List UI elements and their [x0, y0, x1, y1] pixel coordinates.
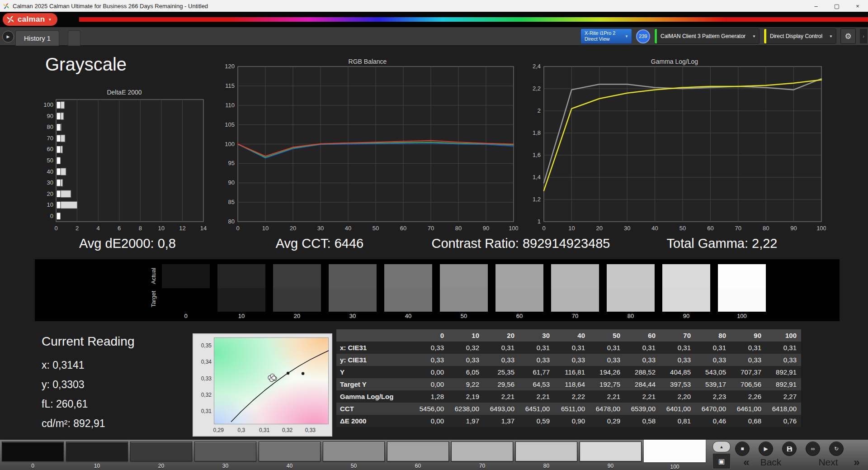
table-cell: 194,26: [590, 366, 625, 378]
refresh-button[interactable]: ↻: [829, 442, 844, 456]
table-cell: 64,53: [519, 378, 554, 390]
ramp-swatch: 60: [495, 264, 543, 312]
svg-text:30: 30: [317, 225, 324, 232]
ramp-level-label: 60: [495, 313, 543, 319]
table-cell: 0,00: [413, 366, 448, 378]
pattern-swatch-button[interactable]: 80: [515, 442, 577, 470]
pattern-swatch: [515, 442, 577, 461]
svg-text:1,4: 1,4: [533, 174, 541, 180]
pattern-level-label: 10: [66, 463, 128, 469]
table-column-header: 80: [695, 329, 731, 342]
stat-avg-cct: Avg CCT: 6446: [229, 236, 410, 252]
ramp-target-half: [551, 288, 599, 312]
svg-text:100: 100: [225, 141, 235, 147]
back-chevrons-icon[interactable]: «: [741, 456, 752, 469]
cie-chart: 0,290,30,310,320,330,350,340,330,320,31: [193, 333, 332, 437]
scroll-up-button[interactable]: ▲: [712, 441, 731, 452]
pattern-swatch-button[interactable]: 50: [323, 442, 385, 470]
stop-button[interactable]: ■: [735, 442, 750, 456]
pattern-swatch-button[interactable]: 100: [644, 442, 706, 470]
pattern-swatch-button[interactable]: 90: [580, 442, 642, 470]
new-tab-button[interactable]: [68, 30, 80, 46]
svg-text:2: 2: [538, 107, 541, 114]
svg-text:115: 115: [225, 82, 235, 89]
svg-text:70: 70: [735, 225, 741, 232]
settings-button[interactable]: ⚙: [840, 28, 856, 44]
pattern-generator-select[interactable]: CalMAN Client 3 Pattern Generator ▼: [654, 28, 760, 44]
table-cell: 29,56: [484, 378, 519, 390]
svg-text:0,32: 0,32: [201, 392, 212, 398]
pattern-swatch-button[interactable]: 0: [2, 442, 64, 470]
link-button[interactable]: ∞: [806, 442, 820, 456]
minimize-button[interactable]: –: [806, 0, 826, 12]
svg-text:10: 10: [568, 225, 575, 232]
table-row: ΔE 20000,001,971,370,590,900,290,580,810…: [336, 415, 801, 427]
table-column-header: 50: [590, 329, 625, 342]
table-cell: 6461,00: [731, 403, 766, 415]
ramp-level-label: 30: [329, 313, 377, 319]
svg-text:8: 8: [139, 225, 142, 232]
tab-history-1[interactable]: History 1: [15, 30, 59, 46]
table-cell: 116,81: [554, 366, 590, 378]
table-cell: 0,59: [519, 415, 554, 427]
table-cell: 6418,00: [766, 403, 801, 415]
table-cell: 0,33: [413, 342, 448, 354]
pattern-level-label: 20: [130, 463, 192, 469]
panel-handle[interactable]: ›: [860, 29, 867, 43]
display-control-select[interactable]: Direct Display Control ▼: [764, 28, 836, 44]
infinity-icon: ∞: [811, 446, 815, 452]
next-chevrons-icon[interactable]: »: [851, 456, 863, 469]
next-button[interactable]: Next: [811, 456, 845, 469]
table-cell: 707,37: [731, 366, 766, 378]
close-button[interactable]: ×: [847, 0, 868, 12]
pattern-swatch-button[interactable]: 40: [259, 442, 321, 470]
svg-text:20: 20: [596, 225, 603, 232]
calman-logo-menu[interactable]: calman ▼: [3, 13, 57, 26]
ramp-target-half: [607, 288, 655, 312]
titlebar: Calman 2025 Calman Ultimate for Business…: [0, 0, 868, 12]
play-icon: ▶: [7, 34, 10, 39]
table-cell: 288,52: [625, 366, 660, 378]
table-cell: 0,00: [413, 378, 448, 390]
results-table: 0102030405060708090100x: CIE310,330,320,…: [336, 329, 801, 427]
pattern-window-button[interactable]: ▣: [712, 453, 731, 469]
svg-text:90: 90: [790, 225, 797, 232]
table-cell: 543,05: [695, 366, 731, 378]
table-cell: 397,53: [660, 378, 695, 390]
table-column-header: 10: [448, 329, 484, 342]
svg-text:0,33: 0,33: [201, 375, 212, 382]
chevron-down-icon: ▼: [749, 34, 759, 38]
rainbow-strip: [79, 17, 868, 22]
save-button[interactable]: [782, 442, 797, 456]
play-button[interactable]: ▶: [759, 442, 773, 456]
ramp-swatch: 80: [607, 264, 655, 312]
chevron-down-icon: ▼: [622, 34, 632, 38]
deltae-chart: 024681012141009080706050403020100: [41, 97, 208, 234]
pattern-swatch-button[interactable]: 70: [451, 442, 513, 470]
pattern-swatch-button[interactable]: 60: [387, 442, 449, 470]
current-reading-title: Current Reading: [42, 334, 134, 349]
svg-text:100: 100: [43, 101, 53, 108]
svg-text:1,6: 1,6: [533, 152, 541, 158]
pattern-swatch-button[interactable]: 20: [130, 442, 192, 470]
meter-select[interactable]: X-Rite i1Pro 2 Direct View ▼: [580, 28, 632, 44]
pattern-level-label: 50: [323, 463, 385, 469]
svg-text:0,29: 0,29: [213, 427, 224, 433]
tab-scroll-button[interactable]: ▶: [2, 31, 14, 43]
table-cell: 6238,00: [448, 403, 484, 415]
pattern-swatch-button[interactable]: 30: [194, 442, 256, 470]
ramp-actual-half: [384, 264, 432, 288]
table-cell: 0,31: [625, 342, 660, 354]
pattern-level-label: 80: [515, 463, 577, 469]
back-button[interactable]: Back: [754, 456, 788, 469]
table-cell: 2,19: [448, 390, 484, 403]
pattern-swatch-button[interactable]: 10: [66, 442, 128, 470]
meter-reads-badge[interactable]: 239: [636, 29, 650, 43]
app-icon: [3, 3, 9, 9]
chevron-down-icon: ▼: [826, 34, 836, 38]
pinwheel-icon: [6, 15, 14, 24]
stop-icon: ■: [741, 446, 744, 452]
svg-text:110: 110: [225, 102, 235, 109]
maximize-button[interactable]: ▢: [826, 0, 847, 12]
gear-icon: ⚙: [844, 32, 851, 41]
